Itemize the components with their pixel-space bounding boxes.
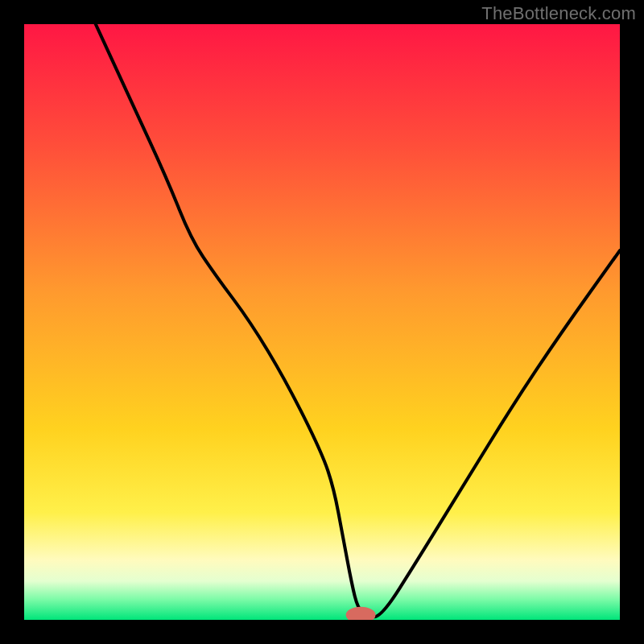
bottleneck-chart (24, 24, 620, 620)
chart-stage: TheBottleneck.com (0, 0, 644, 644)
gradient-background (24, 24, 620, 620)
watermark-text: TheBottleneck.com (481, 3, 636, 24)
